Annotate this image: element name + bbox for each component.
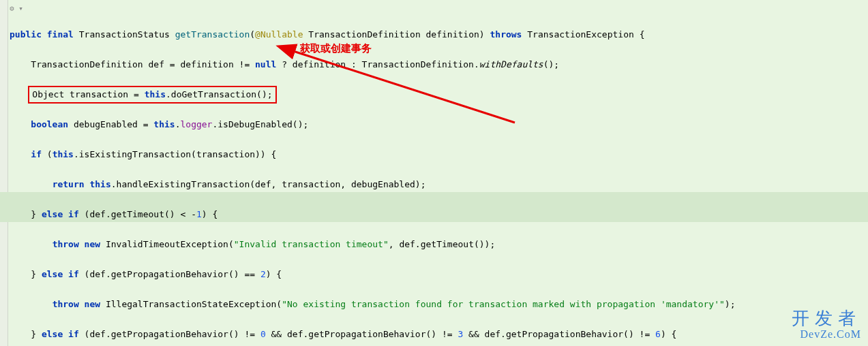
code-line[interactable]: return this.handleExistingTransaction(de… xyxy=(10,177,831,192)
code-line[interactable]: if (this.isExistingTransaction(transacti… xyxy=(10,147,831,162)
code-line[interactable]: throw new IllegalTransactionStateExcepti… xyxy=(10,297,831,312)
code-line[interactable]: } else if (def.getTimeout() < -1) { xyxy=(10,207,831,222)
code-line[interactable]: } else if (def.getPropagationBehavior() … xyxy=(10,267,831,282)
code-line[interactable]: TransactionDefinition def = definition !… xyxy=(10,57,831,72)
code-line[interactable]: public final TransactionStatus getTransa… xyxy=(10,27,831,42)
code-line[interactable]: boolean debugEnabled = this.logger.isDeb… xyxy=(10,117,831,132)
code-line[interactable]: } else if (def.getPropagationBehavior() … xyxy=(10,327,831,342)
annotation-label: 获取或创建事务 xyxy=(300,41,372,56)
editor-gutter xyxy=(0,0,8,346)
code-line[interactable]: throw new InvalidTimeoutException("Inval… xyxy=(10,237,831,252)
code-editor[interactable]: public final TransactionStatus getTransa… xyxy=(10,12,831,346)
highlighted-box: Object transaction = this.doGetTransacti… xyxy=(28,86,276,104)
watermark: 开发者 DevZe.CoM xyxy=(792,309,861,341)
code-line[interactable]: Object transaction = this.doGetTransacti… xyxy=(10,87,831,102)
